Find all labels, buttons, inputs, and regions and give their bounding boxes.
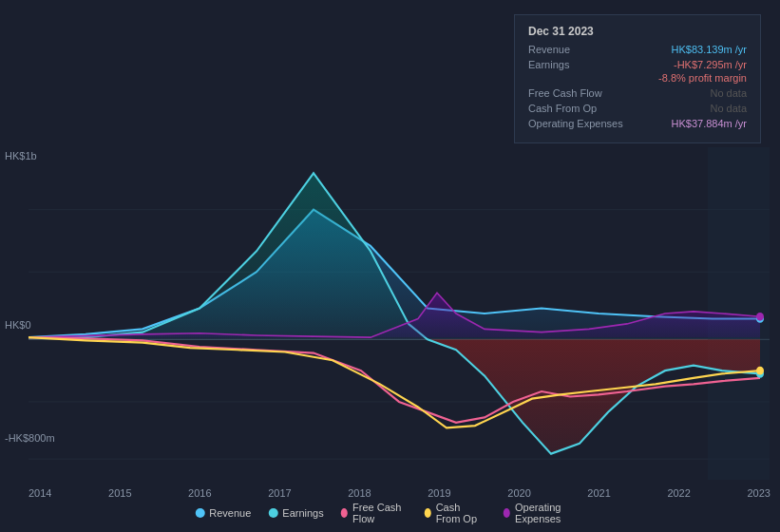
legend-opex-dot xyxy=(504,508,510,518)
x-label-2018: 2018 xyxy=(348,487,371,499)
tooltip-revenue-label: Revenue xyxy=(528,44,633,55)
tooltip-cashfromop-value: No data xyxy=(633,103,747,114)
tooltip-cashfromop-row: Cash From Op No data xyxy=(528,103,747,114)
legend-revenue-dot xyxy=(195,508,204,518)
tooltip-opex-value: HK$37.884m /yr xyxy=(633,118,747,129)
tooltip-opex-row: Operating Expenses HK$37.884m /yr xyxy=(528,118,747,129)
cashfromop-endpoint xyxy=(756,367,764,375)
tooltip-earnings-row: Earnings -HK$7.295m /yr xyxy=(528,59,747,70)
x-label-2016: 2016 xyxy=(188,487,211,499)
x-label-2015: 2015 xyxy=(108,487,131,499)
tooltip-fcf-row: Free Cash Flow No data xyxy=(528,87,747,99)
chart-svg xyxy=(0,147,780,480)
x-label-2019: 2019 xyxy=(428,487,450,499)
legend-revenue[interactable]: Revenue xyxy=(195,507,251,519)
chart-legend: Revenue Earnings Free Cash Flow Cash Fro… xyxy=(195,502,585,524)
legend-earnings[interactable]: Earnings xyxy=(268,507,323,519)
legend-earnings-label: Earnings xyxy=(282,507,323,519)
legend-opex-label: Operating Expenses xyxy=(515,502,585,524)
legend-cashfromop[interactable]: Cash From Op xyxy=(424,502,485,524)
legend-opex[interactable]: Operating Expenses xyxy=(504,502,585,524)
tooltip-earnings-label: Earnings xyxy=(528,59,633,70)
opex-endpoint xyxy=(756,313,764,321)
x-label-2021: 2021 xyxy=(587,487,610,499)
tooltip-date: Dec 31 2023 xyxy=(528,25,747,38)
legend-cashfromop-label: Cash From Op xyxy=(436,502,486,524)
x-label-2014: 2014 xyxy=(29,487,51,499)
tooltip-revenue-value: HK$83.139m /yr xyxy=(633,44,747,55)
x-label-2022: 2022 xyxy=(667,487,690,499)
chart-area xyxy=(0,147,780,480)
x-axis: 2014 2015 2016 2017 2018 2019 2020 2021 … xyxy=(29,487,770,499)
legend-cashfromop-dot xyxy=(424,508,430,518)
legend-fcf-dot xyxy=(341,508,348,518)
legend-fcf-label: Free Cash Flow xyxy=(352,502,407,524)
legend-revenue-label: Revenue xyxy=(209,507,251,519)
x-label-2023: 2023 xyxy=(747,487,770,499)
tooltip-earnings-value: -HK$7.295m /yr xyxy=(633,59,747,70)
legend-earnings-dot xyxy=(268,508,277,518)
earnings-positive-area xyxy=(29,173,760,337)
tooltip-fcf-label: Free Cash Flow xyxy=(528,87,633,99)
tooltip-revenue-row: Revenue HK$83.139m /yr xyxy=(528,44,747,55)
tooltip-fcf-value: No data xyxy=(633,87,747,99)
tooltip-cashfromop-label: Cash From Op xyxy=(528,103,633,114)
data-tooltip: Dec 31 2023 Revenue HK$83.139m /yr Earni… xyxy=(514,14,761,143)
tooltip-opex-label: Operating Expenses xyxy=(528,118,633,129)
legend-fcf[interactable]: Free Cash Flow xyxy=(341,502,408,524)
x-label-2017: 2017 xyxy=(268,487,291,499)
x-label-2020: 2020 xyxy=(507,487,530,499)
tooltip-earnings-sub: -8.8% profit margin xyxy=(528,72,747,84)
